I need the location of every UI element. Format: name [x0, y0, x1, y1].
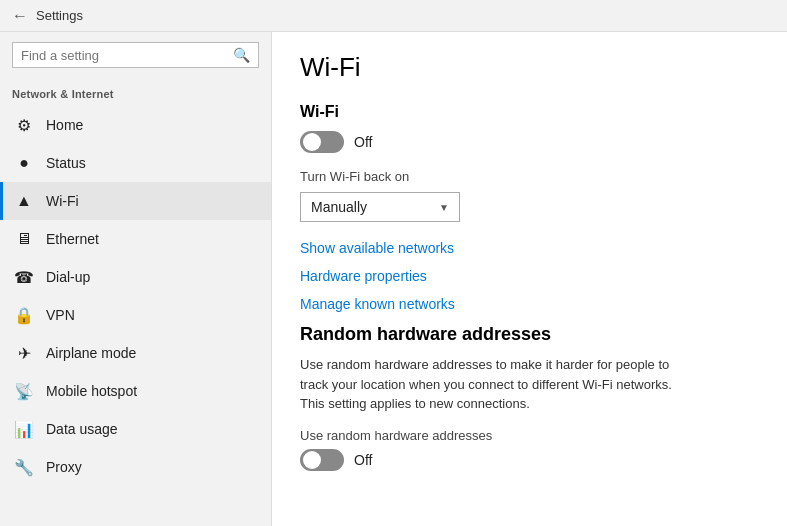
sidebar-item-wifi[interactable]: ▲Wi-Fi [0, 182, 271, 220]
wifi-icon: ▲ [14, 191, 34, 211]
turn-wifi-dropdown-wrapper: Manually ▼ [300, 192, 759, 222]
ethernet-icon: 🖥 [14, 229, 34, 249]
turn-wifi-label: Turn Wi-Fi back on [300, 169, 759, 184]
wifi-toggle-knob [303, 133, 321, 151]
search-box[interactable]: 🔍 [12, 42, 259, 68]
link-hw-properties[interactable]: Hardware properties [300, 268, 759, 284]
random-hw-toggle-knob [303, 451, 321, 469]
wifi-section-title: Wi-Fi [300, 103, 759, 121]
sidebar-item-label-wifi: Wi-Fi [46, 193, 79, 209]
wifi-toggle-row: Off [300, 131, 759, 153]
sidebar-item-label-hotspot: Mobile hotspot [46, 383, 137, 399]
random-hw-toggle-label-text: Use random hardware addresses [300, 428, 759, 443]
sidebar-section-label: Network & Internet [0, 78, 271, 106]
wifi-toggle-label: Off [354, 134, 372, 150]
sidebar-item-label-status: Status [46, 155, 86, 171]
sidebar-item-label-proxy: Proxy [46, 459, 82, 475]
search-input[interactable] [21, 48, 233, 63]
sidebar-item-dialup[interactable]: ☎Dial-up [0, 258, 271, 296]
random-hw-title: Random hardware addresses [300, 324, 759, 345]
random-hw-toggle[interactable] [300, 449, 344, 471]
sidebar-item-ethernet[interactable]: 🖥Ethernet [0, 220, 271, 258]
sidebar-item-label-home: Home [46, 117, 83, 133]
sidebar-item-airplane[interactable]: ✈Airplane mode [0, 334, 271, 372]
links-list: Show available networksHardware properti… [300, 240, 759, 312]
link-known-networks[interactable]: Manage known networks [300, 296, 759, 312]
content-area: Wi-Fi Wi-Fi Off Turn Wi-Fi back on Manua… [272, 32, 787, 526]
sidebar-item-status[interactable]: ●Status [0, 144, 271, 182]
sidebar-item-hotspot[interactable]: 📡Mobile hotspot [0, 372, 271, 410]
nav-list: ⚙Home●Status▲Wi-Fi🖥Ethernet☎Dial-up🔒VPN✈… [0, 106, 271, 486]
sidebar-item-home[interactable]: ⚙Home [0, 106, 271, 144]
wifi-toggle[interactable] [300, 131, 344, 153]
hotspot-icon: 📡 [14, 381, 34, 401]
home-icon: ⚙ [14, 115, 34, 135]
main-layout: 🔍 Network & Internet ⚙Home●Status▲Wi-Fi🖥… [0, 32, 787, 526]
title-bar: ← Settings [0, 0, 787, 32]
sidebar-item-proxy[interactable]: 🔧Proxy [0, 448, 271, 486]
dialup-icon: ☎ [14, 267, 34, 287]
sidebar-item-label-vpn: VPN [46, 307, 75, 323]
sidebar-item-label-dialup: Dial-up [46, 269, 90, 285]
vpn-icon: 🔒 [14, 305, 34, 325]
sidebar-item-datausage[interactable]: 📊Data usage [0, 410, 271, 448]
search-icon: 🔍 [233, 47, 250, 63]
link-show-networks[interactable]: Show available networks [300, 240, 759, 256]
back-button[interactable]: ← [12, 7, 28, 25]
datausage-icon: 📊 [14, 419, 34, 439]
dropdown-value: Manually [311, 199, 367, 215]
sidebar-item-label-datausage: Data usage [46, 421, 118, 437]
page-title: Wi-Fi [300, 52, 759, 83]
airplane-icon: ✈ [14, 343, 34, 363]
random-hw-description: Use random hardware addresses to make it… [300, 355, 680, 414]
turn-wifi-dropdown[interactable]: Manually ▼ [300, 192, 460, 222]
sidebar-item-label-airplane: Airplane mode [46, 345, 136, 361]
sidebar: 🔍 Network & Internet ⚙Home●Status▲Wi-Fi🖥… [0, 32, 272, 526]
sidebar-item-label-ethernet: Ethernet [46, 231, 99, 247]
sidebar-item-vpn[interactable]: 🔒VPN [0, 296, 271, 334]
chevron-down-icon: ▼ [439, 202, 449, 213]
status-icon: ● [14, 153, 34, 173]
window-title: Settings [36, 8, 83, 23]
proxy-icon: 🔧 [14, 457, 34, 477]
random-hw-toggle-state-label: Off [354, 452, 372, 468]
random-hw-toggle-row: Off [300, 449, 759, 471]
